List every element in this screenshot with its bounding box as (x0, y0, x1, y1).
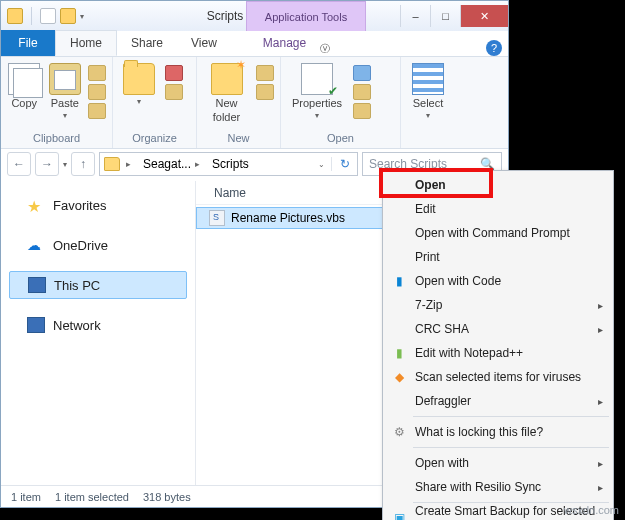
nav-favorites-label: Favorites (53, 198, 106, 213)
cut-icon[interactable] (88, 65, 106, 81)
vbs-file-icon (209, 210, 225, 226)
new-folder-label-2: folder (213, 111, 241, 123)
menu-resilio[interactable]: Share with Resilio Sync (385, 475, 611, 499)
tab-share[interactable]: Share (117, 30, 177, 56)
vscode-icon: ▮ (391, 273, 407, 289)
menu-open-cmd[interactable]: Open with Command Prompt (385, 221, 611, 245)
new-extras (256, 61, 274, 100)
paste-label: Paste (51, 97, 79, 109)
nav-this-pc[interactable]: This PC (9, 271, 187, 299)
help-button[interactable]: ? (486, 40, 502, 56)
menu-notepadpp[interactable]: ▮Edit with Notepad++ (385, 341, 611, 365)
status-size: 318 bytes (143, 491, 191, 503)
clipboard-extras (88, 61, 106, 119)
minimize-button[interactable]: – (400, 5, 430, 27)
menu-separator (413, 416, 609, 417)
new-item-icon[interactable] (256, 65, 274, 81)
menu-crc-sha[interactable]: CRC SHA (385, 317, 611, 341)
select-label: Select (413, 97, 444, 109)
menu-7zip[interactable]: 7-Zip (385, 293, 611, 317)
group-open-label: Open (287, 132, 394, 146)
new-folder-button[interactable]: New folder (203, 61, 250, 123)
collapse-ribbon-icon[interactable]: ⓥ (320, 42, 330, 56)
ribbon-tabs: File Home Share View Manage ⓥ ? (1, 31, 508, 57)
quick-access-toolbar: ▾ (1, 7, 90, 25)
group-new-label: New (203, 132, 274, 146)
context-menu: Open Edit Open with Command Prompt Print… (382, 170, 614, 520)
address-bar[interactable]: ▸ Seagat...▸ Scripts ⌄ ↻ (99, 152, 358, 176)
delete-icon[interactable] (165, 65, 183, 81)
properties-label: Properties (292, 97, 342, 109)
new-folder-icon (211, 63, 243, 95)
menu-open-with[interactable]: Open with (385, 451, 611, 475)
group-clipboard-label: Clipboard (7, 132, 106, 146)
paste-shortcut-icon[interactable] (88, 103, 106, 119)
maximize-button[interactable]: □ (430, 5, 460, 27)
menu-defraggler[interactable]: Defraggler (385, 389, 611, 413)
forward-button[interactable]: → (35, 152, 59, 176)
copy-label: Copy (11, 97, 37, 109)
avast-icon: ◆ (391, 369, 407, 385)
paste-button[interactable]: Paste ▾ (48, 61, 83, 120)
folder-icon (7, 8, 23, 24)
star-icon: ★ (27, 197, 45, 213)
pc-icon (28, 277, 46, 293)
nav-thispc-label: This PC (54, 278, 100, 293)
open-extras (353, 61, 371, 119)
menu-scan[interactable]: ◆Scan selected items for viruses (385, 365, 611, 389)
group-organize-label: Organize (119, 132, 190, 146)
menu-edit[interactable]: Edit (385, 197, 611, 221)
tab-home[interactable]: Home (55, 30, 117, 56)
properties-button[interactable]: Properties ▾ (287, 61, 347, 120)
close-button[interactable]: ✕ (460, 5, 508, 27)
properties-icon (301, 63, 333, 95)
breadcrumb-seg2[interactable]: Scripts (212, 157, 249, 171)
search-icon: 🔍 (480, 157, 495, 171)
properties-qat-icon[interactable] (40, 8, 56, 24)
menu-open-code[interactable]: ▮Open with Code (385, 269, 611, 293)
tab-view[interactable]: View (177, 30, 231, 56)
tab-file[interactable]: File (1, 30, 55, 56)
status-selected: 1 item selected (55, 491, 129, 503)
up-button[interactable]: ↑ (71, 152, 95, 176)
breadcrumb-seg1[interactable]: Seagat... (143, 157, 191, 171)
copy-path-icon[interactable] (88, 84, 106, 100)
copy-button[interactable]: Copy (7, 61, 42, 109)
copy-icon (8, 63, 40, 95)
menu-separator (413, 502, 609, 503)
menu-whats-locking[interactable]: ⚙What is locking this file? (385, 420, 611, 444)
watermark: wsxdn.com (564, 504, 619, 516)
organize-extras (165, 61, 183, 100)
menu-print[interactable]: Print (385, 245, 611, 269)
back-button[interactable]: ← (7, 152, 31, 176)
folder-icon (104, 157, 120, 171)
nav-onedrive[interactable]: ☁ OneDrive (9, 231, 187, 259)
status-item-count: 1 item (11, 491, 41, 503)
network-icon (27, 317, 45, 333)
title-bar: ▾ Scripts Application Tools – □ ✕ (1, 1, 508, 31)
history-icon[interactable] (353, 103, 371, 119)
ribbon: Copy Paste ▾ Clipboard ▾ (1, 57, 508, 149)
move-to-icon (123, 63, 155, 95)
menu-open[interactable]: Open (385, 173, 611, 197)
qat-dropdown-icon[interactable]: ▾ (80, 12, 84, 21)
nav-network[interactable]: Network (9, 311, 187, 339)
tab-manage[interactable]: Manage (249, 30, 320, 56)
move-to-button[interactable]: ▾ (119, 61, 159, 106)
history-dropdown-icon[interactable]: ▾ (63, 160, 67, 169)
rename-icon[interactable] (165, 84, 183, 100)
select-button[interactable]: Select ▾ (407, 61, 449, 120)
open-icon[interactable] (353, 65, 371, 81)
newfolder-qat-icon[interactable] (60, 8, 76, 24)
refresh-button[interactable]: ↻ (331, 157, 357, 171)
easy-access-icon[interactable] (256, 84, 274, 100)
paste-icon (49, 63, 81, 95)
address-dropdown-icon[interactable]: ⌄ (312, 160, 331, 169)
nav-pane: ★ Favorites ☁ OneDrive This PC Network (1, 181, 196, 485)
edit-icon[interactable] (353, 84, 371, 100)
backup-icon: ▣ (391, 510, 407, 520)
notepadpp-icon: ▮ (391, 345, 407, 361)
lock-icon: ⚙ (391, 424, 407, 440)
nav-onedrive-label: OneDrive (53, 238, 108, 253)
nav-favorites[interactable]: ★ Favorites (9, 191, 187, 219)
